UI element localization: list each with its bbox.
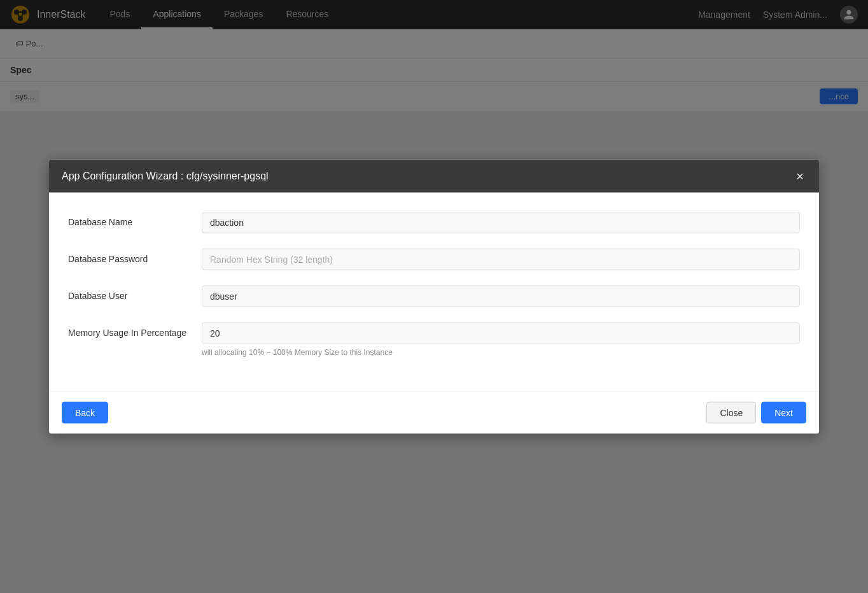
memory-input[interactable] (202, 323, 800, 344)
db-user-input[interactable] (202, 286, 800, 307)
modal-header: App Configuration Wizard : cfg/sysinner-… (49, 160, 819, 193)
form-group-db-name: Database Name (68, 212, 800, 234)
db-user-wrapper (202, 286, 800, 307)
db-password-label: Database Password (68, 249, 202, 264)
memory-label: Memory Usage In Percentage (68, 323, 202, 338)
modal-dialog: App Configuration Wizard : cfg/sysinner-… (49, 160, 819, 434)
next-button[interactable]: Next (761, 402, 806, 424)
db-password-input[interactable] (202, 249, 800, 270)
modal-title: App Configuration Wizard : cfg/sysinner-… (62, 171, 269, 182)
memory-wrapper: will allocating 10% ~ 100% Memory Size t… (202, 323, 800, 357)
modal-close-button[interactable]: × (794, 170, 806, 183)
modal-footer: Back Close Next (49, 391, 819, 434)
memory-hint: will allocating 10% ~ 100% Memory Size t… (202, 348, 800, 357)
db-name-input[interactable] (202, 212, 800, 234)
close-button[interactable]: Close (706, 402, 756, 424)
db-name-wrapper (202, 212, 800, 234)
back-button[interactable]: Back (62, 402, 108, 424)
db-name-label: Database Name (68, 212, 202, 227)
db-password-wrapper (202, 249, 800, 270)
footer-right-buttons: Close Next (706, 402, 806, 424)
form-group-db-user: Database User (68, 286, 800, 307)
db-user-label: Database User (68, 286, 202, 301)
form-group-db-password: Database Password (68, 249, 800, 270)
form-group-memory: Memory Usage In Percentage will allocati… (68, 323, 800, 357)
modal-body: Database Name Database Password Database… (49, 193, 819, 391)
